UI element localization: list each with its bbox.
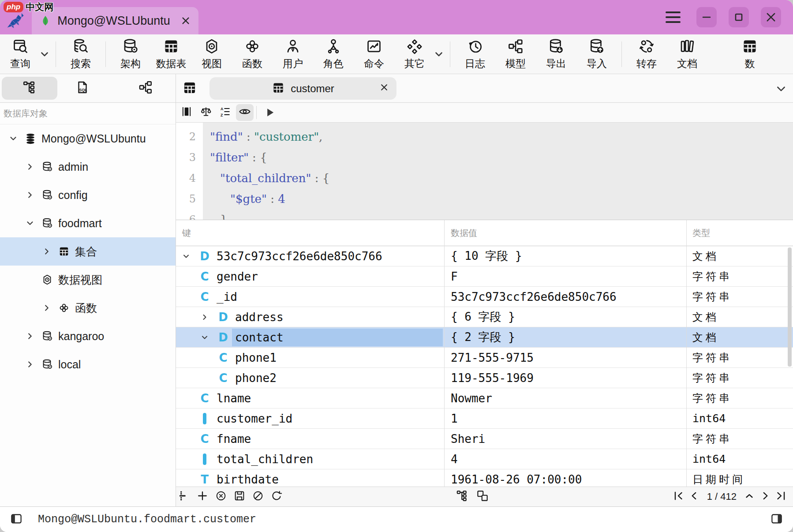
toolbar-button-docs[interactable]: 文档: [667, 38, 707, 71]
tab-sql-file[interactable]: SQL: [66, 77, 99, 100]
discard-record-button[interactable]: [252, 490, 264, 504]
toolbar-button-model[interactable]: 模型: [495, 38, 536, 71]
tree-item-db-admin[interactable]: admin: [0, 153, 176, 181]
toggle-left-panel-icon[interactable]: [10, 512, 23, 527]
tab-model[interactable]: [128, 77, 163, 100]
toolbar-button-log[interactable]: 日志: [455, 38, 495, 71]
grid-row-lname[interactable]: ClnameNowmer字符串: [176, 388, 793, 408]
refresh-button[interactable]: [270, 490, 283, 504]
toolbar-button-role[interactable]: 角色: [313, 38, 354, 71]
close-button[interactable]: [761, 7, 781, 27]
tab-customer-label: customer: [291, 82, 334, 95]
tab-customer[interactable]: customer: [209, 77, 396, 100]
next-record-button[interactable]: [759, 490, 771, 503]
tree-item-label: admin: [58, 161, 88, 173]
tree-item-db-config[interactable]: config: [0, 181, 176, 209]
grid-row-_id[interactable]: C_id53c7c973ccf26e6de850c766字符串: [176, 287, 793, 307]
grid-row-address[interactable]: Daddress{ 6 字段 }文档: [176, 307, 793, 327]
toolbar-dropdown-query[interactable]: [39, 49, 50, 60]
toolbar-button-export[interactable]: 导出: [536, 38, 576, 71]
run-button[interactable]: [261, 104, 279, 121]
tree-item-db-local[interactable]: local: [0, 350, 176, 378]
tree-view-button[interactable]: [456, 489, 469, 504]
menu-icon[interactable]: [666, 11, 681, 23]
toggle-right-panel-icon[interactable]: [770, 512, 783, 527]
toolbar-button-import[interactable]: 导入: [576, 38, 617, 71]
toolbar-button-query[interactable]: 查询: [0, 38, 41, 71]
grid-row-phone1[interactable]: Cphone1271-555-9715字符串: [176, 348, 793, 368]
svg-text:A: A: [221, 107, 224, 111]
chev-right-icon: [25, 360, 35, 369]
cell-value: { 2 字段 }: [444, 330, 686, 345]
previous-record-button[interactable]: [688, 490, 700, 503]
column-header-type[interactable]: 类型: [686, 227, 793, 239]
server-icon: [25, 133, 36, 144]
tree-icon: [456, 489, 469, 502]
eye-icon: [238, 105, 251, 118]
grid-row-gender[interactable]: CgenderF字符串: [176, 266, 793, 287]
toolbar-button-other[interactable]: 其它: [394, 38, 435, 71]
tab-object-tree[interactable]: [2, 77, 57, 100]
connection-tab-close-icon[interactable]: [181, 16, 191, 26]
maximize-button[interactable]: [729, 7, 749, 27]
db-icon: [41, 217, 53, 229]
toolbar-button-schema[interactable]: 架构: [110, 38, 151, 71]
connection-tab[interactable]: Mongo@WSLUbuntu: [32, 7, 198, 34]
minimize-button[interactable]: [696, 7, 717, 27]
toolbar-button-datagen[interactable]: 数: [722, 38, 777, 71]
list-button[interactable]: AZ: [217, 104, 234, 121]
last-record-button[interactable]: [775, 490, 787, 503]
grid-row-phone2[interactable]: Cphone2119-555-1969字符串: [176, 368, 793, 388]
cell-type: 文档: [686, 330, 793, 345]
tab-overflow-chevron-icon[interactable]: [775, 83, 787, 96]
user-icon: [284, 38, 301, 55]
explain-button[interactable]: [197, 104, 215, 121]
toolbar-button-view[interactable]: 视图: [191, 38, 232, 71]
toolbar-button-user[interactable]: 用户: [273, 38, 313, 71]
toolbar-separator: [450, 41, 450, 67]
add-record-button[interactable]: [196, 490, 209, 504]
tree-item-db-kangaroo[interactable]: kangaroo: [0, 322, 176, 350]
tree-item-mongo-connection[interactable]: Mongo@WSLUbuntu: [0, 124, 176, 153]
vertical-scrollbar[interactable]: [788, 247, 792, 367]
column-header-value[interactable]: 数据值: [444, 227, 686, 239]
grid-row-total_children[interactable]: total_children4int64: [176, 449, 793, 469]
toolbar-label-function: 函数: [242, 57, 262, 71]
toolbar-label-query: 查询: [10, 57, 30, 71]
tree-item-data-views[interactable]: 数据视图: [0, 266, 176, 294]
preview-button[interactable]: [236, 104, 254, 121]
tree-item-collections[interactable]: 集合: [0, 237, 176, 266]
table-icon: [741, 38, 758, 55]
tree-item-db-foodmart[interactable]: foodmart: [0, 209, 176, 237]
body: 数据库对象 Mongo@WSLUbuntuadminconfigfoodmart…: [0, 103, 793, 506]
result-grid-button[interactable]: [178, 104, 195, 121]
column-header-key[interactable]: 键: [176, 227, 444, 239]
toolbar-button-function[interactable]: 函数: [232, 38, 273, 71]
last-icon: [775, 490, 787, 502]
toolbar-button-search[interactable]: 搜索: [60, 38, 101, 71]
object-list-button[interactable]: [182, 80, 197, 97]
grid-row-fname[interactable]: CfnameSheri字符串: [176, 429, 793, 449]
limit-rows-button[interactable]: [178, 490, 190, 504]
collapse-record-button[interactable]: [744, 490, 755, 503]
tab-bar: SQL customer: [0, 74, 793, 103]
cell-value: F: [444, 270, 686, 283]
grid-header: 键 数据值 类型: [176, 220, 793, 246]
grid-row-contact[interactable]: Dcontact{ 2 字段 }文档: [176, 327, 793, 348]
toolbar-dropdown-other[interactable]: [433, 49, 445, 60]
grid-row-birthdate[interactable]: Tbirthdate1961-08-26 07:00:00日期时间: [176, 469, 793, 487]
grid-row-customer_id[interactable]: customer_id1int64: [176, 408, 793, 429]
toolbar-button-dump[interactable]: 转存: [626, 38, 667, 71]
export-icon: [548, 38, 565, 55]
delete-record-button[interactable]: [215, 490, 227, 504]
tree-item-functions[interactable]: 函数: [0, 294, 176, 322]
save-record-button[interactable]: [233, 490, 246, 504]
titlebar: Mongo@WSLUbuntu: [0, 0, 793, 34]
toolbar-button-command[interactable]: 命令: [354, 38, 394, 71]
query-editor[interactable]: 2"find" : "customer",3"filter" : {4"tota…: [176, 123, 793, 220]
grid-row-53c7c973ccf26e6de850c766[interactable]: D53c7c973ccf26e6de850c766{ 10 字段 }文档: [176, 246, 793, 266]
tab-customer-close-icon[interactable]: [380, 83, 389, 94]
card-view-button[interactable]: [476, 489, 489, 504]
first-record-button[interactable]: [673, 490, 684, 503]
toolbar-button-table[interactable]: 数据表: [151, 38, 191, 71]
